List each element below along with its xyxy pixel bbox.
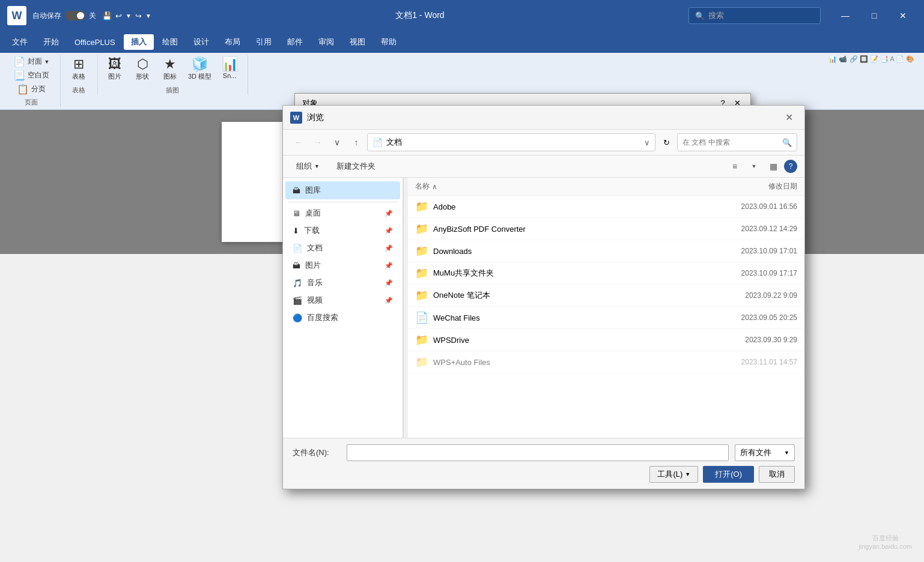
ribbon-btn-3dmodel[interactable]: 🧊 3D 模型 (184, 55, 215, 83)
view-arrow-button[interactable]: ▼ (746, 158, 762, 175)
help-button[interactable]: ? (784, 160, 797, 173)
gallery-icon: 🏔 (293, 186, 300, 195)
autosave-area: 自动保存 关 (32, 11, 96, 21)
sidebar-item-gallery[interactable]: 🏔 图库 (285, 181, 400, 199)
search-input[interactable] (682, 138, 779, 147)
search-box[interactable]: 🔍 搜索 (688, 7, 821, 24)
address-path-icon: 📄 (372, 137, 383, 147)
browse-content: 🏔 图库 🖥 桌面 📌 ⬇ 下载 📌 📄 文档 📌 🏔 (283, 178, 804, 254)
downloads-pin-icon: 📌 (384, 227, 393, 235)
more-icon[interactable]: ▼ (145, 13, 151, 19)
maximize-button[interactable]: □ (860, 6, 888, 25)
table-row[interactable]: 📁 AnyBizSoft PDF Converter 2023.09.12 14… (408, 218, 804, 240)
nav-refresh-button[interactable]: ↻ (658, 134, 675, 151)
sn-icon: 📊 (222, 58, 238, 71)
undo-icon[interactable]: ↩ (115, 11, 122, 20)
new-folder-button[interactable]: 新建文件夹 (330, 159, 381, 174)
organize-button[interactable]: 组织 ▼ (290, 159, 326, 174)
save-icon[interactable]: 💾 (102, 11, 112, 20)
menu-help[interactable]: 帮助 (374, 34, 404, 50)
sidebar-item-documents[interactable]: 📄 文档 📌 (285, 240, 400, 254)
autosave-toggle[interactable] (65, 11, 85, 20)
view-menu-button[interactable]: ≡ (726, 158, 743, 175)
autosave-label: 自动保存 (32, 11, 61, 21)
downloads-icon: ⬇ (293, 226, 299, 235)
toolbar-right: ≡ ▼ ▦ ? (726, 158, 797, 175)
column-name[interactable]: 名称 ∧ (415, 181, 701, 192)
sort-arrow-icon: ∧ (432, 183, 437, 191)
nav-dropdown-button[interactable]: ∨ (329, 134, 345, 151)
close-button[interactable]: ✕ (889, 6, 917, 25)
cover-icon: 📄 (13, 57, 25, 67)
browse-title-text: 浏览 (307, 112, 324, 123)
column-date[interactable]: 修改日期 (701, 181, 797, 192)
window-controls: — □ ✕ (831, 6, 917, 25)
menu-draw[interactable]: 绘图 (155, 34, 185, 50)
nav-forward-button[interactable]: → (309, 134, 326, 151)
menu-review[interactable]: 审阅 (311, 34, 341, 50)
file-name: Adobe (433, 202, 696, 211)
menu-references[interactable]: 引用 (249, 34, 279, 50)
ribbon-group-page-label: 页面 (25, 98, 38, 107)
document-title: 文档1 - Word (157, 10, 682, 21)
ribbon-btn-sn[interactable]: 📊 Sn... (216, 55, 243, 82)
organize-label: 组织 (296, 161, 312, 172)
menu-insert[interactable]: 插入 (124, 34, 154, 50)
ribbon-group-illustration-items: 🖼 图片 ⬡ 形状 ★ 图标 🧊 3D 模型 📊 Sn... (102, 55, 243, 83)
address-bar[interactable]: 📄 文档 ∨ (367, 133, 655, 151)
browse-nav: ← → ∨ ↑ 📄 文档 ∨ ↻ 🔍 (283, 130, 804, 156)
menu-layout[interactable]: 布局 (217, 34, 248, 50)
desktop-label: 桌面 (305, 208, 321, 219)
file-date: 2023.10.09 17:01 (701, 247, 797, 254)
picture-icon: 🖼 (108, 58, 121, 71)
menu-home[interactable]: 开始 (36, 34, 66, 50)
menu-mail[interactable]: 邮件 (280, 34, 310, 50)
menu-view[interactable]: 视图 (342, 34, 372, 50)
redo-icon[interactable]: ↪ (135, 11, 142, 20)
sidebar-divider-1 (288, 202, 398, 202)
menu-file[interactable]: 文件 (5, 34, 35, 50)
ribbon-group-table: ⊞ 表格 表格 (62, 55, 98, 95)
address-dropdown-icon[interactable]: ∨ (644, 138, 650, 147)
downloads-label: 下载 (304, 225, 320, 236)
ribbon-btn-table[interactable]: ⊞ 表格 (65, 55, 92, 83)
sidebar-item-downloads[interactable]: ⬇ 下载 📌 (285, 222, 400, 239)
undo-arrow-icon[interactable]: ▼ (126, 13, 132, 19)
sidebar-item-desktop[interactable]: 🖥 桌面 📌 (285, 205, 400, 222)
gallery-label: 图库 (305, 185, 321, 196)
ribbon-group-table-label: 表格 (72, 86, 85, 95)
sidebar-scrollbar[interactable] (403, 178, 408, 254)
ribbon-group-page: 📄 封面 ▼ 📃 空白页 📋 分页 页面 (5, 55, 61, 107)
nav-back-button[interactable]: ← (290, 134, 307, 151)
word-icon: W (7, 6, 26, 25)
3dmodel-icon: 🧊 (192, 58, 208, 71)
cover-dropdown-icon: ▼ (44, 59, 50, 65)
nav-up-button[interactable]: ↑ (348, 134, 365, 151)
ribbon-btn-page-break[interactable]: 📋 分页 (7, 83, 55, 95)
ribbon-btn-picture[interactable]: 🖼 图片 (102, 55, 128, 83)
table-row[interactable]: 📁 Downloads 2023.10.09 17:01 (408, 240, 804, 254)
ribbon-group-page-items: 📄 封面 ▼ 📃 空白页 📋 分页 (7, 55, 55, 95)
search-bar[interactable]: 🔍 (677, 133, 797, 151)
ribbon-group-illustration: 🖼 图片 ⬡ 形状 ★ 图标 🧊 3D 模型 📊 Sn... 插图 (99, 55, 248, 95)
browse-close-button[interactable]: ✕ (780, 109, 797, 126)
documents-pin-icon: 📌 (384, 244, 393, 252)
table-row[interactable]: 📁 Adobe 2023.09.01 16:56 (408, 196, 804, 218)
ribbon-btn-blank-page[interactable]: 📃 空白页 (7, 69, 55, 82)
minimize-button[interactable]: — (831, 6, 859, 25)
icons-icon: ★ (164, 58, 176, 71)
documents-label: 文档 (307, 243, 323, 253)
ribbon-btn-cover[interactable]: 📄 封面 ▼ (7, 55, 55, 68)
filelist-header: 名称 ∧ 修改日期 (408, 178, 804, 196)
menu-officeplus[interactable]: OfficePLUS (67, 35, 123, 49)
folder-icon: 📁 (415, 200, 428, 213)
menu-design[interactable]: 设计 (186, 34, 216, 50)
autosave-off-label: 关 (89, 11, 96, 21)
ribbon-btn-shapes[interactable]: ⬡ 形状 (129, 55, 156, 83)
view-panel-button[interactable]: ▦ (765, 158, 782, 175)
desktop-pin-icon: 📌 (384, 210, 393, 217)
ribbon-group-table-items: ⊞ 表格 (65, 55, 92, 83)
ribbon-overflow-icons: 📊 📹 🔗 🔲 📝 📑 A 📄 🎨 (828, 55, 914, 63)
browse-filelist: 名称 ∧ 修改日期 📁 Adobe 2023.09.01 16:56 📁 Any… (408, 178, 804, 254)
ribbon-btn-icons[interactable]: ★ 图标 (157, 55, 183, 83)
